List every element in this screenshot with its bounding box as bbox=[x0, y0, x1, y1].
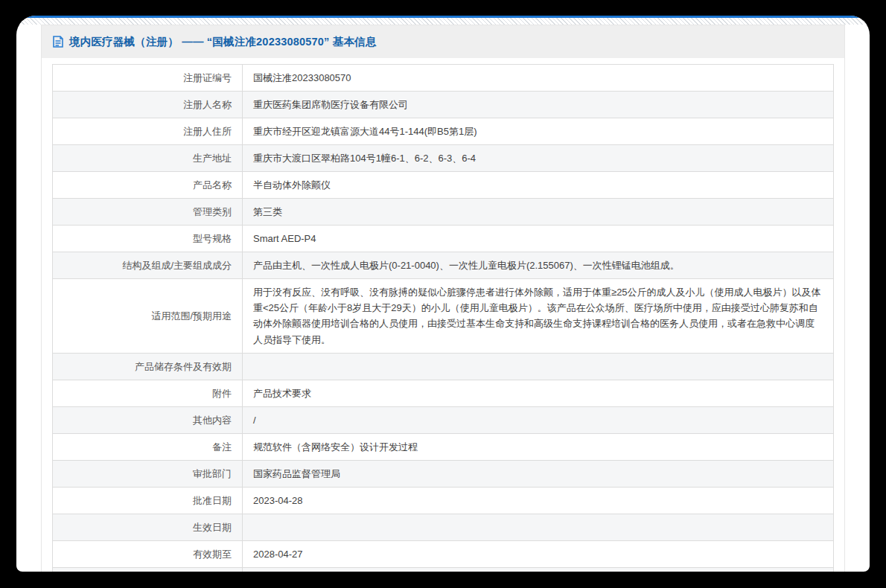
table-row: 附件 产品技术要求 bbox=[53, 380, 834, 406]
registration-info-panel: 境内医疗器械（注册） —— “国械注准20233080570” 基本信息 注册证… bbox=[41, 25, 845, 572]
table-row: 产品名称 半自动体外除颤仪 bbox=[53, 172, 834, 199]
table-row: 生效日期 bbox=[53, 514, 834, 540]
row-value: / bbox=[243, 406, 834, 433]
table-row: 批准日期 2023-04-28 bbox=[53, 487, 834, 514]
row-label: 管理类别 bbox=[53, 199, 243, 226]
row-value: 2023-04-28 bbox=[243, 487, 834, 514]
row-value: 半自动体外除颤仪 bbox=[243, 172, 834, 199]
table-row: 注册人住所 重庆市经开区迎龙镇富源大道44号1-144(即B5第1层) bbox=[53, 118, 834, 145]
row-value: 用于没有反应、没有呼吸、没有脉搏的疑似心脏骤停患者进行体外除颤，适用于体重≥25… bbox=[243, 279, 834, 353]
row-value: 产品技术要求 bbox=[243, 380, 834, 406]
info-table-wrap: 注册证编号 国械注准20233080570 注册人名称 重庆医药集团席勒医疗设备… bbox=[42, 58, 844, 572]
table-row: 审批部门 国家药品监督管理局 bbox=[53, 460, 834, 487]
row-value: 2028-04-27 bbox=[243, 540, 834, 567]
table-row: 管理类别 第三类 bbox=[53, 199, 834, 226]
registration-info-table: 注册证编号 国械注准20233080570 注册人名称 重庆医药集团席勒医疗设备… bbox=[52, 64, 834, 572]
table-row: 结构及组成/主要组成成分 产品由主机、一次性成人电极片(0-21-0040)、一… bbox=[53, 252, 834, 279]
row-value: 重庆市大渡口区翠柏路104号1幢6-1、6-2、6-3、6-4 bbox=[243, 145, 834, 172]
table-row: 产品储存条件及有效期 bbox=[53, 353, 834, 380]
row-value: 第三类 bbox=[243, 199, 834, 226]
table-row: 注册人名称 重庆医药集团席勒医疗设备有限公司 bbox=[53, 92, 834, 118]
row-label: 产品储存条件及有效期 bbox=[53, 353, 243, 380]
page-title: 境内医疗器械（注册） —— “国械注准20233080570” 基本信息 bbox=[69, 35, 377, 49]
row-label: 注册人名称 bbox=[53, 92, 243, 118]
row-label: 结构及组成/主要组成成分 bbox=[53, 252, 243, 279]
row-label: 附件 bbox=[53, 380, 243, 406]
table-row: 型号规格 Smart AED-P4 bbox=[53, 226, 834, 252]
row-label: 备注 bbox=[53, 433, 243, 460]
table-row: 备注 规范软件（含网络安全）设计开发过程 bbox=[53, 433, 834, 460]
row-label: 审批部门 bbox=[53, 460, 243, 487]
row-label: 注册证编号 bbox=[53, 65, 243, 92]
row-value: 重庆医药集团席勒医疗设备有限公司 bbox=[243, 92, 834, 118]
document-icon bbox=[53, 36, 63, 48]
row-label: 生效日期 bbox=[53, 514, 243, 540]
table-row: 其他内容 / bbox=[53, 406, 834, 433]
row-label: 有效期至 bbox=[53, 540, 243, 567]
row-label: 生产地址 bbox=[53, 145, 243, 172]
row-value: Smart AED-P4 bbox=[243, 226, 834, 252]
page-viewport: 境内医疗器械（注册） —— “国械注准20233080570” 基本信息 注册证… bbox=[16, 16, 870, 572]
row-label: 注册人住所 bbox=[53, 118, 243, 145]
row-value bbox=[243, 353, 834, 380]
row-label: 其他内容 bbox=[53, 406, 243, 433]
row-value: 规范软件（含网络安全）设计开发过程 bbox=[243, 433, 834, 460]
table-row: 生产地址 重庆市大渡口区翠柏路104号1幢6-1、6-2、6-3、6-4 bbox=[53, 145, 834, 172]
panel-header: 境内医疗器械（注册） —— “国械注准20233080570” 基本信息 bbox=[42, 25, 844, 58]
page-content: 境内医疗器械（注册） —— “国械注准20233080570” 基本信息 注册证… bbox=[16, 25, 870, 572]
table-row: 有效期至 2028-04-27 bbox=[53, 540, 834, 567]
row-label: 适用范围/预期用途 bbox=[53, 279, 243, 353]
row-label: 变更情况 bbox=[53, 567, 243, 572]
row-value: 2023-05-24 注册人住所由：重庆市大渡口区翠柏路104号1幢6-1；注册… bbox=[243, 567, 834, 572]
row-label: 批准日期 bbox=[53, 487, 243, 514]
row-value bbox=[243, 514, 834, 540]
row-value: 国家药品监督管理局 bbox=[243, 460, 834, 487]
row-value: 重庆市经开区迎龙镇富源大道44号1-144(即B5第1层) bbox=[243, 118, 834, 145]
table-row: 注册证编号 国械注准20233080570 bbox=[53, 65, 834, 92]
row-value: 国械注准20233080570 bbox=[243, 65, 834, 92]
row-label: 型号规格 bbox=[53, 226, 243, 252]
hatch-border-band bbox=[16, 18, 870, 25]
row-value: 产品由主机、一次性成人电极片(0-21-0040)、一次性儿童电极片(2.155… bbox=[243, 252, 834, 279]
row-label: 产品名称 bbox=[53, 172, 243, 199]
table-row: 变更情况 2023-05-24 注册人住所由：重庆市大渡口区翠柏路104号1幢6… bbox=[53, 567, 834, 572]
table-row: 适用范围/预期用途 用于没有反应、没有呼吸、没有脉搏的疑似心脏骤停患者进行体外除… bbox=[53, 279, 834, 353]
